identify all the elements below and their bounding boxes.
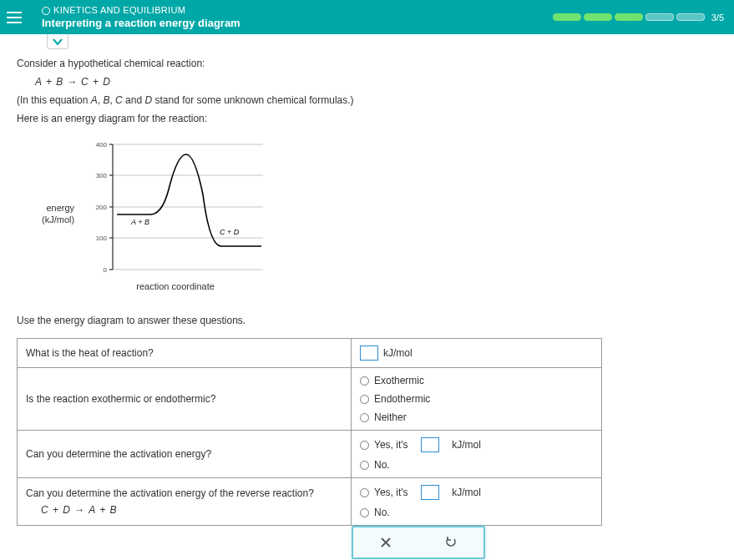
- use-instruction: Use the energy diagram to answer these q…: [17, 315, 717, 326]
- x-axis-label: reaction coordinate: [136, 281, 215, 291]
- energy-diagram: energy (kJ/mol): [42, 136, 717, 291]
- action-bar: [17, 526, 717, 559]
- progress-segment: [645, 13, 674, 21]
- svg-text:100: 100: [96, 235, 108, 242]
- q1-answer: kJ/mol: [352, 339, 602, 368]
- content-area: Consider a hypothetical chemical reactio…: [0, 34, 734, 560]
- q3-opt-no[interactable]: No.: [360, 459, 593, 471]
- clear-button[interactable]: [377, 534, 394, 551]
- q2-text: Is the reaction exothermic or endothermi…: [18, 368, 352, 431]
- svg-text:400: 400: [96, 141, 108, 149]
- q4-opt-yes[interactable]: Yes, it's kJ/mol: [360, 485, 593, 500]
- undo-icon: [445, 537, 457, 548]
- intro-consider: Consider a hypothetical chemical reactio…: [17, 58, 717, 69]
- header-title: Interpreting a reaction energy diagram: [42, 17, 553, 29]
- progress-segment: [553, 13, 581, 21]
- svg-text:300: 300: [96, 172, 108, 179]
- q4-opt-no[interactable]: No.: [360, 507, 593, 518]
- header-titles: KINETICS AND EQUILIBRIUM Interpreting a …: [42, 5, 553, 29]
- action-box: [352, 526, 485, 559]
- svg-text:C + D: C + D: [220, 228, 240, 236]
- q3-answer: Yes, it's kJ/mol No.: [352, 431, 602, 478]
- reverse-equation: C + D → A + B: [41, 504, 342, 516]
- reaction-equation: A + B → C + D: [35, 76, 717, 88]
- progress-segment: [676, 13, 705, 21]
- q4-input[interactable]: [421, 485, 439, 500]
- svg-text:A + B: A + B: [130, 218, 149, 226]
- q1-unit: kJ/mol: [383, 347, 413, 359]
- q2-opt-exothermic[interactable]: Exothermic: [360, 375, 593, 386]
- app-header: KINETICS AND EQUILIBRIUM Interpreting a …: [0, 0, 734, 34]
- q2-answer: Exothermic Endothermic Neither: [352, 368, 602, 431]
- progress-bar: 3/5: [553, 13, 724, 23]
- intro-here-is: Here is an energy diagram for the reacti…: [17, 113, 717, 124]
- reset-button[interactable]: [443, 534, 459, 551]
- q4-text: Can you determine the activation energy …: [18, 478, 352, 526]
- q2-opt-neither[interactable]: Neither: [360, 411, 593, 423]
- q4-answer: Yes, it's kJ/mol No.: [352, 478, 602, 526]
- q3-input[interactable]: [421, 437, 439, 452]
- header-category: KINETICS AND EQUILIBRIUM: [42, 5, 553, 15]
- progress-segment: [584, 13, 612, 21]
- svg-text:200: 200: [96, 204, 108, 211]
- close-icon: [380, 537, 392, 548]
- q2-opt-endothermic[interactable]: Endothermic: [360, 393, 593, 405]
- svg-text:0: 0: [104, 266, 108, 274]
- intro-explain: (In this equation A, B, C and D stand fo…: [17, 94, 717, 106]
- q1-text: What is the heat of reaction?: [18, 339, 352, 368]
- collapse-tab[interactable]: [47, 34, 68, 49]
- q1-input[interactable]: [360, 346, 378, 361]
- progress-label: 3/5: [711, 13, 724, 23]
- menu-button[interactable]: [7, 6, 30, 29]
- q3-text: Can you determine the activation energy?: [18, 431, 352, 478]
- y-axis-label: energy (kJ/mol): [42, 202, 74, 226]
- chevron-down-icon: [53, 38, 63, 46]
- q3-opt-yes[interactable]: Yes, it's kJ/mol: [360, 437, 593, 452]
- question-table: What is the heat of reaction? kJ/mol Is …: [17, 338, 602, 526]
- energy-diagram-svg: 0 100 200 300 400 A + B C + D: [79, 136, 271, 278]
- progress-segment: [615, 13, 643, 21]
